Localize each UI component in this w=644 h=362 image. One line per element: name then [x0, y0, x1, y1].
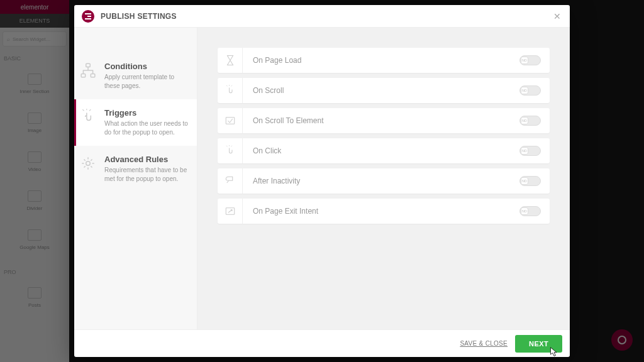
- trigger-toggle[interactable]: NO: [519, 206, 541, 216]
- next-button[interactable]: NEXT: [515, 335, 562, 353]
- modal-header: PUBLISH SETTINGS ✕: [74, 5, 570, 28]
- trigger-label: On Page Load: [243, 56, 519, 65]
- main-pane: On Page Load NO On Scroll NO On Scroll T…: [197, 28, 570, 329]
- trigger-label: On Scroll To Element: [243, 116, 519, 125]
- scroll-to-element-icon: [218, 108, 243, 133]
- trigger-toggle[interactable]: NO: [519, 116, 541, 126]
- exit-intent-icon: [218, 199, 243, 224]
- save-and-close-button[interactable]: SAVE & CLOSE: [460, 340, 508, 347]
- sidebar-item-text: Conditions Apply current template to the…: [104, 62, 189, 90]
- trigger-label: On Page Exit Intent: [243, 207, 519, 216]
- scroll-icon: [218, 78, 243, 103]
- publish-settings-modal: PUBLISH SETTINGS ✕ Conditions Apply curr…: [74, 5, 570, 357]
- trigger-toggle[interactable]: NO: [519, 146, 541, 156]
- trigger-row-after-inactivity: After Inactivity NO: [218, 168, 550, 194]
- trigger-toggle[interactable]: NO: [519, 85, 541, 96]
- trigger-toggle[interactable]: NO: [519, 176, 541, 186]
- modal-body: Conditions Apply current template to the…: [74, 28, 570, 329]
- svg-point-3: [86, 162, 91, 166]
- trigger-row-on-scroll-to-element: On Scroll To Element NO: [218, 108, 550, 133]
- sidebar-item-triggers[interactable]: Triggers What action the user needs to d…: [74, 99, 197, 146]
- svg-rect-0: [86, 63, 91, 67]
- sidebar-item-text: Advanced Rules Requirements that have to…: [104, 155, 189, 184]
- trigger-row-on-scroll: On Scroll NO: [218, 78, 550, 103]
- trigger-row-on-page-exit-intent: On Page Exit Intent NO: [218, 199, 550, 224]
- sidebar-item-advanced-rules[interactable]: Advanced Rules Requirements that have to…: [74, 146, 197, 192]
- advanced-rules-icon: [79, 155, 97, 172]
- svg-rect-2: [91, 74, 95, 77]
- trigger-label: On Click: [243, 146, 519, 155]
- trigger-label: On Scroll: [243, 86, 519, 95]
- close-button[interactable]: ✕: [551, 10, 564, 23]
- trigger-row-on-click: On Click NO: [218, 138, 550, 163]
- conditions-icon: [79, 62, 97, 79]
- page-load-icon: [218, 48, 243, 73]
- trigger-label: After Inactivity: [243, 177, 519, 185]
- trigger-row-on-page-load: On Page Load NO: [218, 48, 550, 73]
- svg-rect-4: [226, 118, 235, 124]
- side-pane: Conditions Apply current template to the…: [74, 28, 197, 329]
- triggers-icon: [79, 108, 97, 126]
- trigger-toggle[interactable]: NO: [519, 55, 541, 65]
- modal-footer: SAVE & CLOSE NEXT: [74, 329, 570, 357]
- sidebar-item-text: Triggers What action the user needs to d…: [104, 108, 189, 137]
- modal-title: PUBLISH SETTINGS: [101, 12, 177, 21]
- svg-rect-1: [81, 74, 86, 77]
- click-icon: [218, 138, 243, 163]
- elementor-logo-icon: [82, 10, 94, 23]
- inactivity-icon: [218, 168, 243, 194]
- sidebar-item-conditions[interactable]: Conditions Apply current template to the…: [74, 53, 197, 99]
